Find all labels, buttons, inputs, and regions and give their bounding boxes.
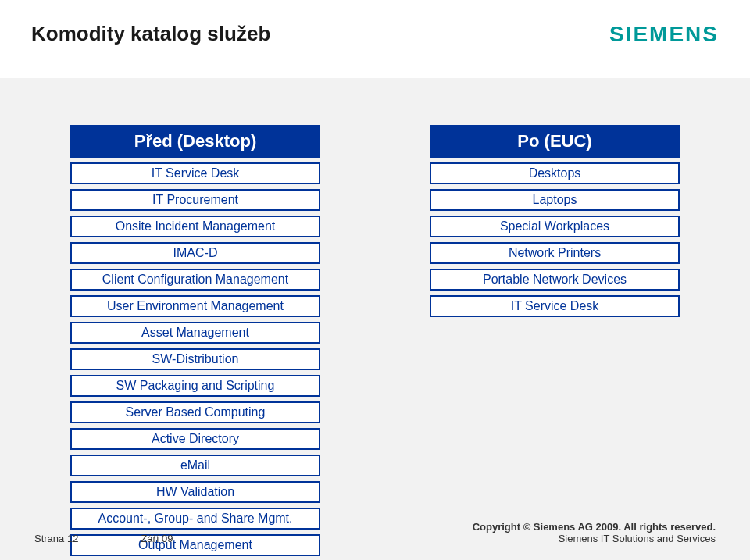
list-item: Laptops — [430, 189, 680, 211]
page-number: Strana 12 — [34, 533, 78, 544]
right-column-header: Po (EUC) — [430, 125, 680, 158]
left-column-header: Před (Desktop) — [70, 125, 320, 158]
content-area: Před (Desktop) IT Service Desk IT Procur… — [0, 78, 750, 560]
list-item: User Environment Management — [70, 295, 320, 317]
list-item: eMail — [70, 455, 320, 476]
list-item: IT Service Desk — [430, 295, 680, 317]
list-item: IT Service Desk — [70, 162, 320, 184]
list-item: Asset Management — [70, 322, 320, 344]
list-item: Desktops — [430, 162, 680, 184]
footer-left: Strana 12 Září 09 — [34, 533, 173, 544]
list-item: Onsite Incident Management — [70, 216, 320, 237]
footer-right: Copyright © Siemens AG 2009. All rights … — [473, 521, 716, 544]
list-item: Active Directory — [70, 428, 320, 450]
list-item: Portable Network Devices — [430, 269, 680, 291]
list-item: Client Configuration Management — [70, 269, 320, 291]
list-item: Server Based Computing — [70, 401, 320, 423]
list-item: IT Procurement — [70, 189, 320, 211]
copyright: Copyright © Siemens AG 2009. All rights … — [473, 521, 716, 533]
list-item: HW Validation — [70, 481, 320, 503]
footer-date: Září 09 — [141, 533, 173, 544]
list-item: Special Workplaces — [430, 216, 680, 237]
header: Komodity katalog služeb SIEMENS — [0, 0, 750, 78]
list-item: SW Packaging and Scripting — [70, 375, 320, 397]
org-name: Siemens IT Solutions and Services — [473, 533, 716, 544]
left-column: Před (Desktop) IT Service Desk IT Procur… — [70, 125, 320, 560]
list-item: IMAC-D — [70, 242, 320, 264]
siemens-logo: SIEMENS — [609, 22, 719, 47]
right-column: Po (EUC) Desktops Laptops Special Workpl… — [430, 125, 680, 560]
list-item: SW-Distribution — [70, 348, 320, 370]
list-item: Network Printers — [430, 242, 680, 264]
footer: Strana 12 Září 09 Copyright © Siemens AG… — [34, 521, 716, 544]
